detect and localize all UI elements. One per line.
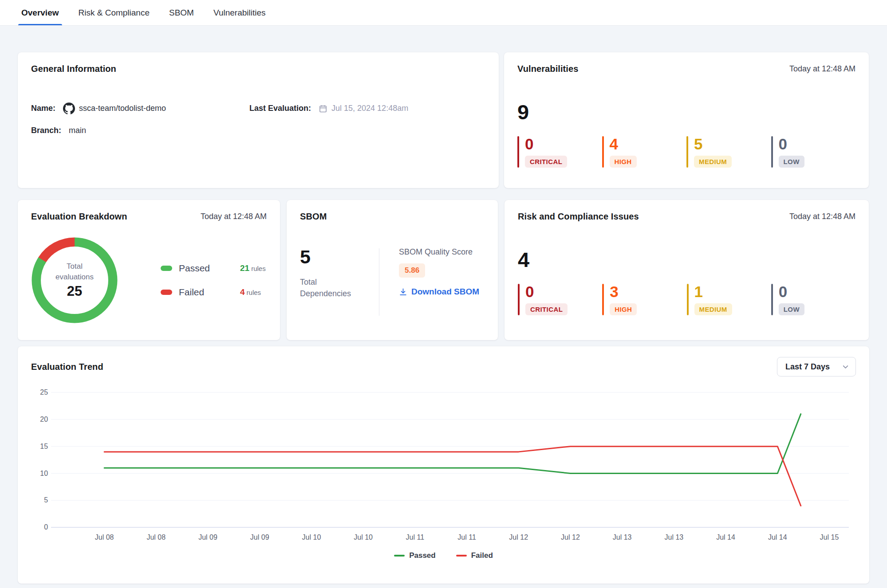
last-evaluation-text: Jul 15, 2024 12:48am (331, 104, 408, 113)
svg-text:15: 15 (40, 443, 48, 450)
severity-high: 4 HIGH (602, 136, 687, 168)
svg-text:5: 5 (44, 496, 48, 504)
legend-count: 21 (240, 263, 249, 273)
tab-sbom[interactable]: SBOM (169, 0, 194, 25)
last-evaluation-label: Last Evaluation: (249, 104, 311, 113)
timestamp: Today at 12:48 AM (789, 64, 855, 74)
severity-badge: LOW (779, 303, 804, 315)
severity-count: 0 (779, 136, 787, 153)
severity-high: 3 HIGH (602, 284, 686, 315)
svg-text:25: 25 (40, 388, 48, 396)
trend-legend-label: Passed (409, 551, 436, 560)
repo-name-field: Name: ssca-team/todolist-demo (31, 102, 249, 114)
branch-label: Branch: (31, 126, 61, 135)
legend-row-failed: Failed 4rules (161, 287, 266, 298)
divider (379, 248, 379, 316)
download-sbom-label: Download SBOM (411, 287, 479, 297)
severity-count: 1 (694, 284, 703, 300)
severity-count: 0 (525, 136, 533, 153)
name-label: Name: (31, 104, 55, 113)
svg-text:Jul 10: Jul 10 (302, 533, 321, 541)
severity-badge: HIGH (610, 303, 637, 315)
branch-value: main (69, 126, 86, 135)
calendar-icon (319, 104, 327, 113)
severity-bar (771, 284, 773, 315)
sbom-card: SBOM 5 Total Dependencies SBOM Quality S… (287, 200, 498, 340)
svg-text:Jul 14: Jul 14 (768, 533, 787, 541)
severity-bar (602, 284, 604, 315)
severity-bar (518, 284, 520, 315)
severity-count: 5 (694, 136, 702, 153)
severity-bar (686, 136, 688, 168)
branch-field: Branch: main (31, 126, 249, 135)
risk-compliance-total: 4 (518, 249, 855, 270)
repo-name-text: ssca-team/todolist-demo (79, 104, 166, 113)
chevron-down-icon (841, 363, 850, 371)
evaluation-trend-card: Evaluation Trend Last 7 Days 0510152025J… (18, 346, 869, 584)
card-title: Evaluation Trend (31, 362, 103, 372)
repo-name-value: ssca-team/todolist-demo (63, 102, 166, 114)
evaluations-legend: Passed 21rules Failed 4rules (161, 263, 266, 298)
severity-medium: 5 MEDIUM (686, 136, 771, 168)
tab-overview[interactable]: Overview (21, 0, 59, 25)
legend-row-passed: Passed 21rules (161, 263, 266, 274)
failed-line-icon (456, 555, 467, 557)
svg-text:Jul 08: Jul 08 (146, 533, 166, 541)
general-information-card: General Information Name: ssca-team/todo… (18, 52, 499, 188)
risk-compliance-card: Risk and Compliance Issues Today at 12:4… (505, 200, 869, 340)
severity-medium: 1 MEDIUM (687, 284, 771, 315)
passed-line-icon (394, 555, 405, 557)
svg-text:10: 10 (40, 470, 48, 477)
severity-badge: HIGH (610, 156, 637, 168)
svg-text:Jul 12: Jul 12 (509, 533, 528, 541)
svg-text:Jul 11: Jul 11 (457, 533, 476, 541)
svg-text:Jul 13: Jul 13 (613, 533, 632, 541)
svg-text:Jul 09: Jul 09 (198, 533, 217, 541)
severity-bar (602, 136, 604, 168)
svg-text:Jul 09: Jul 09 (250, 533, 269, 541)
donut-center-label: Total evaluations (47, 261, 102, 282)
trend-legend-passed: Passed (394, 551, 436, 560)
severity-row: 0 CRITICAL 3 HIGH 1 MEDIUM (518, 284, 855, 315)
vulnerabilities-total: 9 (517, 102, 855, 122)
donut-total: 25 (67, 283, 82, 299)
severity-badge: MEDIUM (694, 156, 732, 168)
evaluations-donut-chart: Total evaluations 25 (31, 237, 118, 324)
severity-critical: 0 CRITICAL (517, 136, 602, 168)
svg-text:20: 20 (40, 416, 48, 423)
severity-badge: MEDIUM (694, 303, 732, 315)
download-sbom-link[interactable]: Download SBOM (399, 287, 479, 297)
last-evaluation-field: Last Evaluation: Jul 15, 2024 12:48am (249, 102, 485, 114)
timestamp: Today at 12:48 AM (201, 212, 267, 221)
passed-pill-icon (161, 266, 172, 271)
legend-count: 4 (240, 287, 245, 297)
sbom-quality-score-badge: 5.86 (399, 263, 425, 278)
date-range-select[interactable]: Last 7 Days (777, 357, 856, 376)
svg-text:Jul 08: Jul 08 (95, 533, 114, 541)
evaluation-trend-chart: 0510152025Jul 08Jul 08Jul 09Jul 09Jul 10… (31, 383, 856, 548)
severity-low: 0 LOW (771, 136, 856, 168)
svg-text:Jul 11: Jul 11 (406, 533, 425, 541)
severity-badge: CRITICAL (525, 303, 568, 315)
card-title: SBOM (300, 212, 327, 222)
tab-bar: Overview Risk & Compliance SBOM Vulnerab… (0, 0, 887, 26)
date-range-value: Last 7 Days (785, 362, 830, 372)
severity-row: 0 CRITICAL 4 HIGH 5 MEDIUM (517, 136, 855, 168)
last-evaluation-value: Jul 15, 2024 12:48am (319, 104, 408, 113)
legend-label: Failed (179, 287, 228, 298)
severity-badge: CRITICAL (525, 156, 567, 168)
legend-unit: rules (251, 265, 266, 272)
card-title: General Information (31, 64, 116, 74)
legend-unit: rules (247, 289, 261, 296)
failed-pill-icon (161, 290, 172, 295)
severity-critical: 0 CRITICAL (518, 284, 602, 315)
severity-bar (771, 136, 773, 168)
download-icon (399, 288, 407, 296)
severity-bar (687, 284, 689, 315)
svg-text:Jul 15: Jul 15 (820, 533, 839, 541)
severity-badge: LOW (779, 156, 804, 168)
legend-label: Passed (179, 263, 228, 274)
tab-vulnerabilities[interactable]: Vulnerabilities (213, 0, 266, 25)
sbom-quality-score-label: SBOM Quality Score (399, 247, 479, 257)
tab-risk-compliance[interactable]: Risk & Compliance (79, 0, 150, 25)
